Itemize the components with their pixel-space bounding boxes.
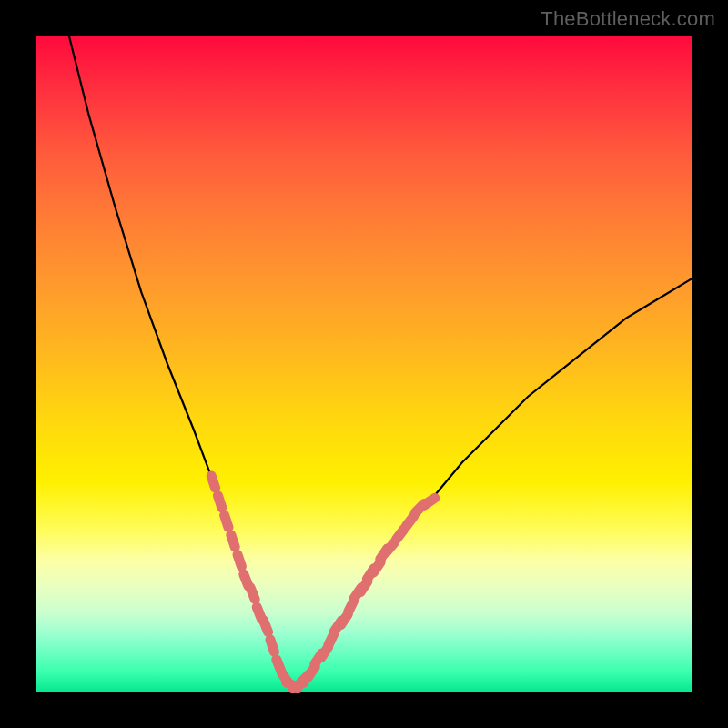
chart-frame: TheBottleneck.com — [0, 0, 728, 728]
curve-marker — [424, 498, 435, 505]
curve-marker — [238, 554, 241, 566]
curve-marker — [231, 535, 235, 547]
bottleneck-curve — [69, 36, 692, 685]
curve-marker — [225, 515, 228, 527]
curve-marker — [263, 621, 268, 632]
marker-group — [211, 476, 435, 688]
curve-marker — [211, 476, 215, 488]
curve-marker — [386, 542, 394, 552]
curve-svg — [36, 36, 692, 692]
curve-marker — [270, 640, 274, 652]
curve-marker — [396, 530, 403, 540]
curve-marker — [250, 588, 255, 600]
curve-marker — [217, 496, 221, 508]
watermark-text: TheBottleneck.com — [541, 7, 715, 31]
plot-area — [36, 36, 692, 692]
curve-marker — [406, 516, 413, 526]
